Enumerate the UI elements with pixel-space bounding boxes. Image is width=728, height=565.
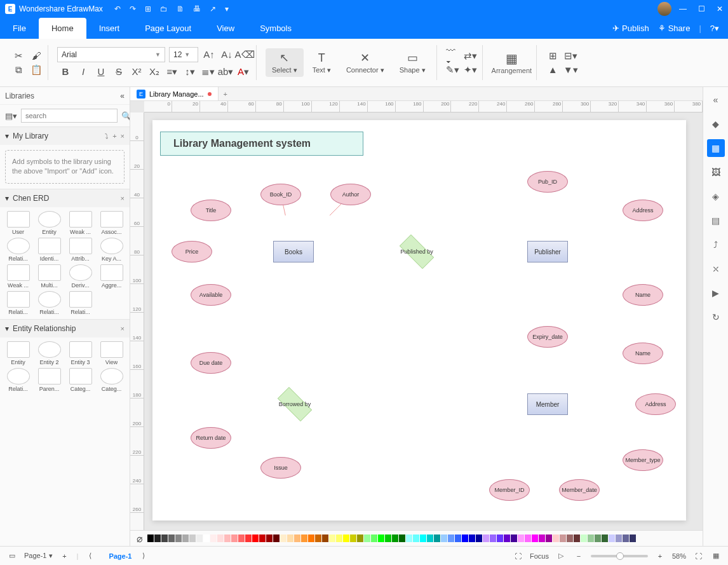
attr-13[interactable]: Member_ID <box>489 479 530 501</box>
add-icon[interactable]: + <box>112 132 116 140</box>
chen-shape-2[interactable]: Weak ... <box>66 211 95 235</box>
eyedropper-icon[interactable]: ⌀ <box>137 533 143 545</box>
close-mylib-icon[interactable]: × <box>121 132 125 140</box>
cut-icon[interactable]: ✂ <box>11 49 25 63</box>
chen-shape-13[interactable]: Relati... <box>35 291 64 315</box>
attr-11[interactable]: Member_type <box>623 449 663 471</box>
qat-button-5[interactable]: 🖶 <box>193 4 201 13</box>
color-swatch[interactable] <box>161 534 168 542</box>
color-swatch[interactable] <box>294 534 300 542</box>
routing-icon[interactable]: ✦▾ <box>464 63 478 77</box>
chen-shape-0[interactable]: User <box>4 211 32 235</box>
color-swatch[interactable] <box>581 534 587 542</box>
color-swatch[interactable] <box>413 534 419 542</box>
chen-shape-10[interactable]: Deriv... <box>66 264 95 289</box>
subscript-icon[interactable]: X₂ <box>147 65 161 79</box>
qat-button-2[interactable]: ⊞ <box>145 4 151 13</box>
rail-collapse[interactable]: « <box>707 91 725 109</box>
mylib-title[interactable]: My Library <box>13 132 48 140</box>
line-style-icon[interactable]: 〰▾ <box>446 49 460 63</box>
close-button[interactable]: ✕ <box>717 4 723 13</box>
paste-icon[interactable]: 📋 <box>29 63 43 77</box>
attr-6[interactable]: Address <box>623 200 663 221</box>
prev-page-icon[interactable]: ⟨ <box>84 550 96 562</box>
rail-page[interactable]: ▤ <box>707 212 725 229</box>
format-painter-icon[interactable]: 🖌 <box>29 49 43 63</box>
rail-qr[interactable]: ▦ <box>707 139 725 157</box>
superscript-icon[interactable]: X² <box>130 65 144 79</box>
bring-front-icon[interactable]: ▲ <box>546 63 560 77</box>
color-swatch[interactable] <box>364 534 370 542</box>
share-button[interactable]: ⚘ Share <box>658 24 691 33</box>
group-icon[interactable]: ⊞ <box>546 49 560 63</box>
chen-shape-7[interactable]: Key A... <box>97 238 126 262</box>
page-tab[interactable]: Page-1 <box>109 552 131 560</box>
rail-history[interactable]: ↻ <box>707 308 725 326</box>
underline-icon[interactable]: U <box>94 65 108 79</box>
color-swatch[interactable] <box>553 534 559 542</box>
color-swatch[interactable] <box>175 534 182 542</box>
zoom-in-button[interactable]: + <box>654 550 666 562</box>
color-swatch[interactable] <box>455 534 461 542</box>
new-tab-button[interactable]: + <box>219 90 233 98</box>
rail-layers[interactable]: ◈ <box>707 187 725 205</box>
color-swatch[interactable] <box>210 534 217 542</box>
color-swatch[interactable] <box>287 534 293 542</box>
qat-button-7[interactable]: ▾ <box>225 4 229 13</box>
chen-title[interactable]: Chen ERD <box>13 194 49 203</box>
color-swatch[interactable] <box>259 534 266 542</box>
er-shape-7[interactable]: Categ... <box>97 368 126 392</box>
color-swatch[interactable] <box>574 534 580 542</box>
bullets-icon[interactable]: ≡▾ <box>165 65 179 79</box>
collapse-left-icon[interactable]: « <box>120 92 125 100</box>
strike-icon[interactable]: S <box>112 65 126 79</box>
qat-button-3[interactable]: 🗀 <box>160 4 168 13</box>
rail-shuffle[interactable]: ⤬ <box>707 260 725 278</box>
color-swatch[interactable] <box>392 534 398 542</box>
import-icon[interactable]: ⤵ <box>105 132 109 140</box>
diagram-title[interactable]: Library Management system <box>160 132 363 156</box>
color-swatch[interactable] <box>497 534 503 542</box>
color-swatch[interactable] <box>539 534 545 542</box>
color-swatch[interactable] <box>189 534 196 542</box>
er-shape-0[interactable]: Entity <box>4 341 32 365</box>
fullscreen-icon[interactable]: ⛶ <box>692 550 704 562</box>
color-swatch[interactable] <box>483 534 489 542</box>
grid-view-icon[interactable]: ▦ <box>710 550 722 562</box>
attr-12[interactable]: Member_date <box>559 479 600 501</box>
chen-shape-1[interactable]: Entity <box>35 211 64 235</box>
rail-fill[interactable]: ◆ <box>707 115 725 133</box>
color-swatch[interactable] <box>588 534 594 542</box>
page[interactable]: Library Management system BooksPublisher… <box>152 120 686 521</box>
attr-0[interactable]: Title <box>191 200 231 221</box>
attr-9[interactable]: Name <box>623 343 663 364</box>
attr-15[interactable]: Return date <box>191 427 231 449</box>
color-swatch[interactable] <box>630 534 636 542</box>
library-search-input[interactable] <box>21 109 118 123</box>
chen-shape-12[interactable]: Relati... <box>4 291 32 315</box>
color-swatch[interactable] <box>322 534 328 542</box>
er-shape-2[interactable]: Entity 3 <box>66 341 95 365</box>
close-chen-icon[interactable]: × <box>121 194 125 202</box>
color-swatch[interactable] <box>623 534 629 542</box>
font-color-icon[interactable]: A▾ <box>236 65 250 79</box>
arrangement-icon[interactable]: ▦ <box>504 51 518 65</box>
menu-page-layout[interactable]: Page Layout <box>132 18 204 39</box>
attr-10[interactable]: Address <box>635 393 676 415</box>
er-title[interactable]: Entity Relationship <box>13 324 76 333</box>
color-swatch[interactable] <box>301 534 307 542</box>
line-spacing-icon[interactable]: ↕▾ <box>183 65 197 79</box>
maximize-button[interactable]: ☐ <box>698 4 705 13</box>
color-swatch[interactable] <box>609 534 615 542</box>
attr-1[interactable]: Book_ID <box>260 184 301 205</box>
attr-5[interactable]: Pub_ID <box>527 171 568 193</box>
color-swatch[interactable] <box>245 534 252 542</box>
color-swatch[interactable] <box>560 534 566 542</box>
er-shape-5[interactable]: Paren... <box>35 368 64 392</box>
send-back-icon[interactable]: ▼▾ <box>563 63 577 77</box>
color-swatch[interactable] <box>196 534 203 542</box>
color-swatch[interactable] <box>567 534 573 542</box>
color-swatch[interactable] <box>385 534 391 542</box>
zoom-slider[interactable] <box>591 555 648 557</box>
color-swatch[interactable] <box>441 534 447 542</box>
